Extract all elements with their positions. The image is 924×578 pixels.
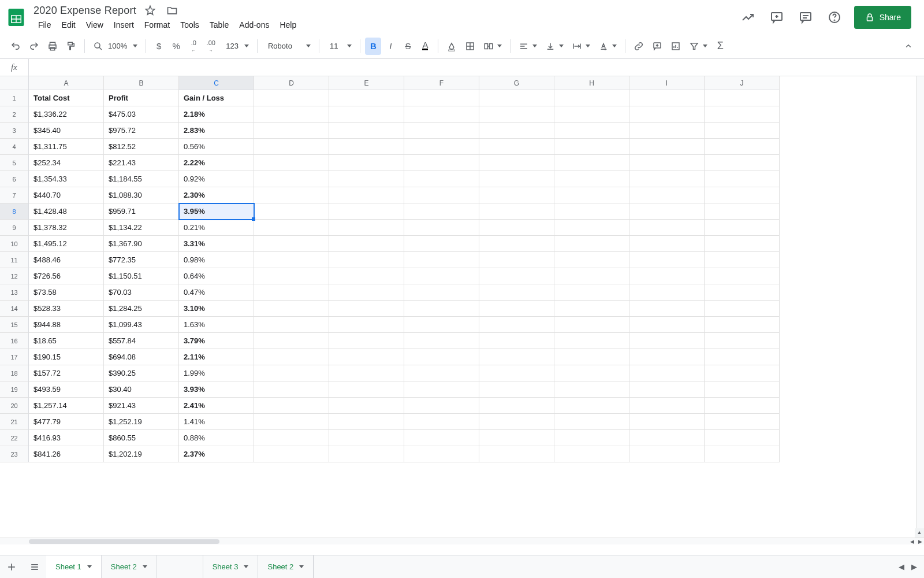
cell[interactable] bbox=[404, 139, 479, 155]
menu-add-ons[interactable]: Add-ons bbox=[234, 18, 274, 32]
cell[interactable]: Profit bbox=[104, 90, 179, 106]
cell[interactable] bbox=[629, 155, 705, 171]
text-color-button[interactable]: A bbox=[417, 38, 433, 55]
cell[interactable] bbox=[629, 187, 705, 203]
cell[interactable] bbox=[629, 139, 705, 155]
row-header-11[interactable]: 11 bbox=[0, 252, 29, 268]
row-header-18[interactable]: 18 bbox=[0, 365, 29, 381]
sheet-tab[interactable]: Sheet 1 bbox=[46, 555, 102, 578]
cell[interactable] bbox=[254, 284, 329, 301]
column-header-D[interactable]: D bbox=[254, 76, 329, 90]
cell[interactable]: $252.34 bbox=[29, 155, 104, 171]
cell[interactable] bbox=[479, 365, 554, 381]
row-header-17[interactable]: 17 bbox=[0, 349, 29, 365]
cell[interactable] bbox=[554, 365, 629, 381]
cell[interactable] bbox=[705, 284, 780, 301]
add-sheet-button[interactable] bbox=[0, 555, 23, 578]
cell[interactable] bbox=[404, 430, 479, 446]
font-size-dropdown[interactable]: 11 bbox=[324, 38, 355, 55]
cell[interactable] bbox=[629, 90, 705, 106]
cell[interactable]: $1,150.51 bbox=[104, 268, 179, 284]
cell[interactable]: $1,367.90 bbox=[104, 236, 179, 252]
insert-comment-button[interactable] bbox=[649, 38, 666, 55]
undo-button[interactable] bbox=[7, 38, 24, 55]
text-rotation-button[interactable] bbox=[595, 38, 620, 55]
sheets-logo[interactable] bbox=[5, 6, 28, 29]
cell[interactable] bbox=[554, 90, 629, 106]
cell[interactable]: $841.26 bbox=[29, 446, 104, 462]
cell[interactable]: $1,428.48 bbox=[29, 203, 104, 220]
cell[interactable] bbox=[254, 203, 329, 220]
cell[interactable] bbox=[479, 171, 554, 187]
row-header-15[interactable]: 15 bbox=[0, 317, 29, 333]
cell[interactable]: $477.79 bbox=[29, 414, 104, 430]
cell[interactable]: 3.79% bbox=[179, 333, 254, 349]
cell[interactable] bbox=[479, 139, 554, 155]
cell[interactable]: $1,252.19 bbox=[104, 414, 179, 430]
cell[interactable] bbox=[629, 317, 705, 333]
cell[interactable] bbox=[554, 301, 629, 317]
cell[interactable] bbox=[705, 446, 780, 462]
cell[interactable] bbox=[254, 381, 329, 398]
cell[interactable]: 2.22% bbox=[179, 155, 254, 171]
cell[interactable] bbox=[254, 301, 329, 317]
row-header-3[interactable]: 3 bbox=[0, 123, 29, 139]
cell[interactable] bbox=[705, 398, 780, 414]
cell[interactable] bbox=[329, 333, 404, 349]
cell[interactable]: $772.35 bbox=[104, 252, 179, 268]
cell[interactable] bbox=[329, 252, 404, 268]
column-header-I[interactable]: I bbox=[629, 76, 705, 90]
cell[interactable] bbox=[629, 349, 705, 365]
cell[interactable]: $557.84 bbox=[104, 333, 179, 349]
currency-button[interactable]: $ bbox=[151, 38, 167, 55]
cell[interactable]: $30.40 bbox=[104, 381, 179, 398]
cell[interactable] bbox=[705, 123, 780, 139]
cell[interactable]: $1,088.30 bbox=[104, 187, 179, 203]
cell[interactable] bbox=[404, 333, 479, 349]
cell[interactable]: $694.08 bbox=[104, 349, 179, 365]
cell[interactable]: Total Cost bbox=[29, 90, 104, 106]
cell[interactable] bbox=[404, 187, 479, 203]
cell[interactable] bbox=[479, 301, 554, 317]
cell[interactable]: $528.33 bbox=[29, 301, 104, 317]
vertical-align-button[interactable] bbox=[542, 38, 567, 55]
cell[interactable]: Gain / Loss bbox=[179, 90, 254, 106]
column-header-H[interactable]: H bbox=[554, 76, 629, 90]
cell[interactable] bbox=[554, 414, 629, 430]
cell[interactable] bbox=[629, 123, 705, 139]
cell[interactable]: 0.47% bbox=[179, 284, 254, 301]
cell[interactable] bbox=[554, 106, 629, 123]
cell[interactable] bbox=[254, 90, 329, 106]
cell[interactable]: $390.25 bbox=[104, 365, 179, 381]
comment-add-icon[interactable] bbox=[767, 8, 786, 27]
cell[interactable] bbox=[404, 301, 479, 317]
cell[interactable] bbox=[705, 317, 780, 333]
cell[interactable] bbox=[554, 381, 629, 398]
column-header-A[interactable]: A bbox=[29, 76, 104, 90]
cell[interactable]: $1,495.12 bbox=[29, 236, 104, 252]
cell[interactable] bbox=[404, 398, 479, 414]
cell[interactable] bbox=[479, 220, 554, 236]
menu-insert[interactable]: Insert bbox=[109, 18, 139, 32]
cell[interactable] bbox=[404, 106, 479, 123]
row-header-16[interactable]: 16 bbox=[0, 333, 29, 349]
row-header-9[interactable]: 9 bbox=[0, 220, 29, 236]
cell[interactable] bbox=[705, 349, 780, 365]
cell[interactable] bbox=[629, 301, 705, 317]
cell[interactable] bbox=[329, 171, 404, 187]
help-icon[interactable] bbox=[825, 8, 844, 27]
cell[interactable]: 3.95% bbox=[179, 203, 254, 220]
row-header-7[interactable]: 7 bbox=[0, 187, 29, 203]
cell[interactable] bbox=[329, 381, 404, 398]
text-wrap-button[interactable] bbox=[568, 38, 594, 55]
insert-chart-button[interactable] bbox=[667, 38, 684, 55]
cell[interactable]: 3.31% bbox=[179, 236, 254, 252]
cell[interactable] bbox=[404, 123, 479, 139]
cell[interactable]: $221.43 bbox=[104, 155, 179, 171]
column-header-J[interactable]: J bbox=[705, 76, 780, 90]
cell[interactable]: $1,311.75 bbox=[29, 139, 104, 155]
cell[interactable]: 2.11% bbox=[179, 349, 254, 365]
cell[interactable]: $18.65 bbox=[29, 333, 104, 349]
cell[interactable] bbox=[705, 365, 780, 381]
cell[interactable] bbox=[404, 317, 479, 333]
